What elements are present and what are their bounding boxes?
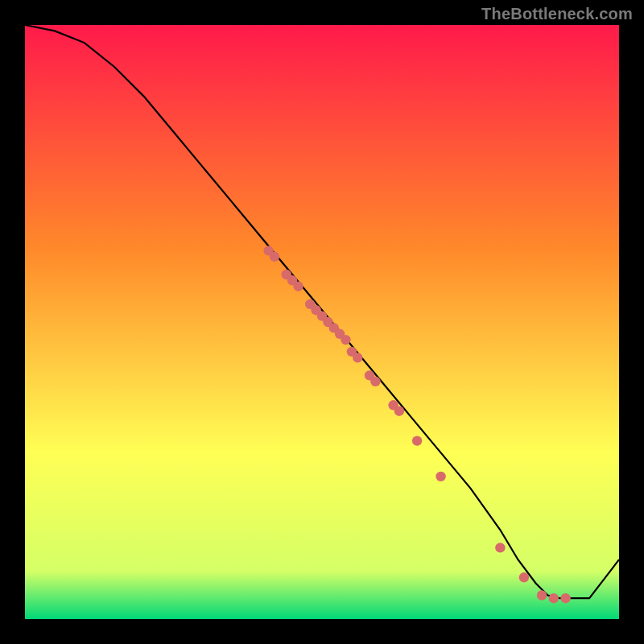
chart-marker: [412, 436, 422, 445]
chart-marker: [270, 252, 279, 262]
chart-marker: [549, 593, 559, 603]
chart-marker: [341, 335, 350, 345]
chart-marker: [293, 282, 303, 291]
chart-marker: [370, 377, 380, 386]
chart-marker: [353, 353, 362, 362]
chart-marker: [495, 543, 505, 552]
chart-marker: [394, 407, 404, 416]
chart-marker: [560, 593, 570, 603]
chart-frame: TheBottleneck.com: [0, 0, 644, 644]
chart-canvas: [0, 0, 644, 644]
chart-marker: [519, 572, 529, 582]
chart-marker: [436, 472, 445, 481]
chart-marker: [537, 590, 547, 600]
chart-background: [25, 25, 619, 619]
